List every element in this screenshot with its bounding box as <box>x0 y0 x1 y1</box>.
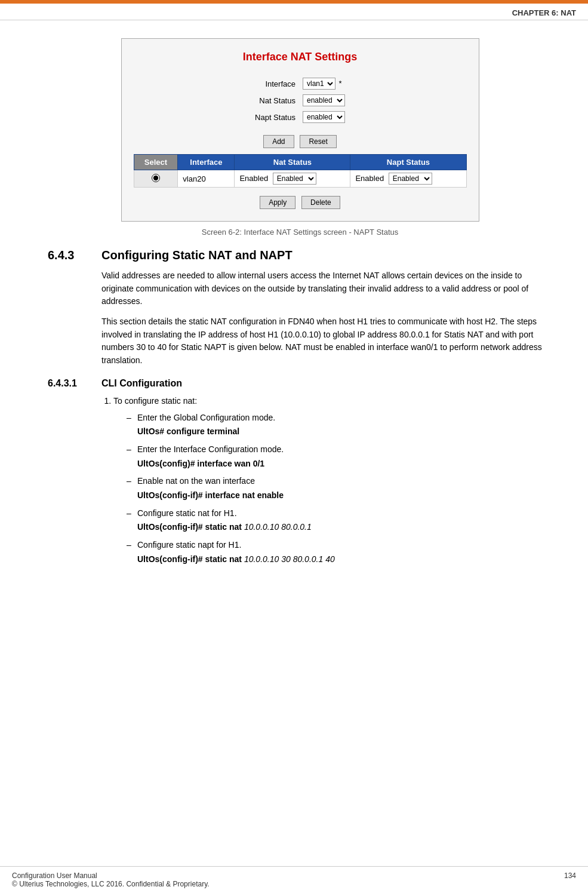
section-para2: This section details the static NAT conf… <box>101 315 552 367</box>
footer-manual: Configuration User Manual <box>12 871 210 880</box>
label-interface: Interface <box>251 75 299 92</box>
step-1-intro: To configure static nat: <box>113 396 197 406</box>
cell-napt-status[interactable]: Enabled Enabled Disabled <box>350 170 466 188</box>
footer-page-number: 134 <box>564 871 576 888</box>
section-para1: Valid addresses are needed to allow inte… <box>101 269 552 308</box>
required-star: * <box>339 79 342 88</box>
screenshot-box: Interface NAT Settings Interface vlan1 *… <box>121 38 479 222</box>
substep-list: Enter the Global Configuration mode. Ult… <box>137 412 552 566</box>
nat-status-select[interactable]: enabled disabled <box>303 94 345 106</box>
row-radio[interactable] <box>152 174 160 182</box>
cli-steps-list: To configure static nat: Enter the Globa… <box>101 395 552 566</box>
substep-2-code: UltOs(config)# interface wan 0/1 <box>137 458 552 471</box>
section-title: Configuring Static NAT and NAPT <box>101 248 293 262</box>
substep-3-code: UltOs(config-if)# interface nat enable <box>137 489 552 502</box>
subsection-heading: 6.4.3.1 CLI Configuration <box>48 378 552 389</box>
substep-5-italic: 10.0.0.10 30 80.0.0.1 40 <box>244 554 335 564</box>
section-num: 6.4.3 <box>48 248 101 262</box>
substep-1-code: UltOs# configure terminal <box>137 425 552 438</box>
napt-status-select[interactable]: enabled disabled <box>303 111 345 123</box>
col-nat-status: Nat Status <box>235 155 350 170</box>
select-cell[interactable] <box>134 170 178 188</box>
nat-data-table: Select Interface Nat Status Napt Status … <box>134 154 467 188</box>
form-row-interface: Interface vlan1 * <box>251 75 349 92</box>
substep-4-italic: 10.0.0.10 80.0.0.1 <box>244 522 312 532</box>
add-reset-row: Add Reset <box>134 135 467 148</box>
col-select: Select <box>134 155 178 170</box>
form-row-napt-status: Napt Status enabled disabled <box>251 109 349 125</box>
label-napt-status: Napt Status <box>251 109 299 125</box>
table-row: vlan20 Enabled Enabled Disabled Enabled … <box>134 170 466 188</box>
substep-5-code: UltOs(config-if)# static nat 10.0.0.10 3… <box>137 553 552 566</box>
substep-3-desc: Enable nat on the wan interface <box>137 476 255 486</box>
substep-4: Configure static nat for H1. UltOs(confi… <box>137 507 552 534</box>
row-napt-status-select[interactable]: Enabled Disabled <box>389 173 432 185</box>
add-button[interactable]: Add <box>263 135 294 148</box>
footer-left: Configuration User Manual © Ulterius Tec… <box>12 871 210 888</box>
figure-caption: Screen 6-2: Interface NAT Settings scree… <box>48 228 552 237</box>
chapter-header: CHAPTER 6: NAT <box>0 4 588 20</box>
substep-1: Enter the Global Configuration mode. Ult… <box>137 412 552 438</box>
subsection-num: 6.4.3.1 <box>48 378 101 389</box>
apply-button[interactable]: Apply <box>260 196 295 209</box>
row-nat-status-select[interactable]: Enabled Disabled <box>273 173 316 185</box>
col-interface: Interface <box>178 155 235 170</box>
step-1: To configure static nat: Enter the Globa… <box>113 395 552 566</box>
substep-2-desc: Enter the Interface Configuration mode. <box>137 444 284 454</box>
substep-1-desc: Enter the Global Configuration mode. <box>137 413 275 422</box>
form-table: Interface vlan1 * Nat Status enabled dis… <box>251 75 349 125</box>
page-content: Interface NAT Settings Interface vlan1 *… <box>0 20 588 582</box>
substep-4-code: UltOs(config-if)# static nat 10.0.0.10 8… <box>137 521 552 534</box>
page-footer: Configuration User Manual © Ulterius Tec… <box>0 866 588 893</box>
form-row-nat-status: Nat Status enabled disabled <box>251 92 349 109</box>
reset-button[interactable]: Reset <box>300 135 336 148</box>
substep-5: Configure static napt for H1. UltOs(conf… <box>137 539 552 566</box>
substep-4-desc: Configure static nat for H1. <box>137 508 237 518</box>
chapter-title: CHAPTER 6: NAT <box>512 8 576 17</box>
substep-3: Enable nat on the wan interface UltOs(co… <box>137 475 552 502</box>
dialog-title: Interface NAT Settings <box>134 51 467 63</box>
cell-nat-status[interactable]: Enabled Enabled Disabled <box>235 170 350 188</box>
cell-interface: vlan20 <box>178 170 235 188</box>
section-heading: 6.4.3 Configuring Static NAT and NAPT <box>48 248 552 262</box>
subsection-title: CLI Configuration <box>101 378 182 389</box>
apply-delete-row: Apply Delete <box>134 196 467 209</box>
col-napt-status: Napt Status <box>350 155 466 170</box>
footer-copyright: © Ulterius Technologies, LLC 2016. Confi… <box>12 880 210 888</box>
label-nat-status: Nat Status <box>251 92 299 109</box>
delete-button[interactable]: Delete <box>301 196 340 209</box>
table-header-row: Select Interface Nat Status Napt Status <box>134 155 466 170</box>
substep-5-desc: Configure static napt for H1. <box>137 540 241 550</box>
substep-2: Enter the Interface Configuration mode. … <box>137 443 552 470</box>
interface-select[interactable]: vlan1 <box>303 78 335 90</box>
